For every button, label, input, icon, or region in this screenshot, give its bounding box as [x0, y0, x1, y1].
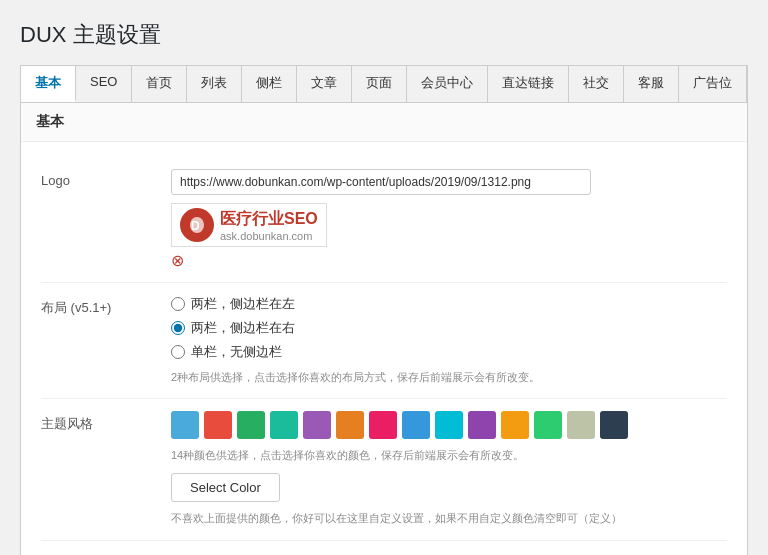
- color-swatch-11[interactable]: [534, 411, 562, 439]
- color-swatch-1[interactable]: [204, 411, 232, 439]
- layout-radio-right[interactable]: [171, 321, 185, 335]
- tab-客服[interactable]: 客服: [624, 66, 679, 102]
- layout-option-none-label: 单栏，无侧边栏: [191, 343, 282, 361]
- color-swatch-10[interactable]: [501, 411, 529, 439]
- tab-广告位[interactable]: 广告位: [679, 66, 747, 102]
- color-swatch-12[interactable]: [567, 411, 595, 439]
- tab-页面[interactable]: 页面: [352, 66, 407, 102]
- logo-control: D 医疗行业SEO ask.dobunkan.com ⊗: [171, 169, 727, 270]
- color-swatch-6[interactable]: [369, 411, 397, 439]
- layout-option-left-label: 两栏，侧边栏在左: [191, 295, 295, 313]
- tab-SEO[interactable]: SEO: [76, 66, 132, 102]
- theme-style-bottom-hint: 不喜欢上面提供的颜色，你好可以在这里自定义设置，如果不用自定义颜色清空即可（定义…: [171, 510, 727, 528]
- color-swatch-13[interactable]: [600, 411, 628, 439]
- layout-radio-left[interactable]: [171, 297, 185, 311]
- logo-row: Logo D 医疗行业SEO: [41, 157, 727, 283]
- color-swatch-3[interactable]: [270, 411, 298, 439]
- tab-列表[interactable]: 列表: [187, 66, 242, 102]
- tab-侧栏[interactable]: 侧栏: [242, 66, 297, 102]
- tab-基本[interactable]: 基本: [21, 66, 76, 102]
- theme-style-row: 主题风格 14种颜色供选择，点击选择你喜欢的颜色，保存后前端展示会有所改变。 S…: [41, 399, 727, 541]
- color-swatch-9[interactable]: [468, 411, 496, 439]
- tab-会员中心[interactable]: 会员中心: [407, 66, 488, 102]
- logo-text-box: 医疗行业SEO ask.dobunkan.com: [220, 209, 318, 242]
- logo-main-text: 医疗行业SEO: [220, 209, 318, 230]
- color-swatch-7[interactable]: [402, 411, 430, 439]
- page-title: DUX 主题设置: [20, 20, 748, 50]
- layout-option-right-label: 两栏，侧边栏在右: [191, 319, 295, 337]
- layout-hint: 2种布局供选择，点击选择你喜欢的布局方式，保存后前端展示会有所改变。: [171, 369, 727, 386]
- tab-社交[interactable]: 社交: [569, 66, 624, 102]
- layout-label: 布局 (v5.1+): [41, 295, 171, 317]
- tab-首页[interactable]: 首页: [132, 66, 187, 102]
- page-wrapper: DUX 主题设置 基本SEO首页列表侧栏文章页面会员中心直达链接社交客服广告位 …: [0, 0, 768, 555]
- theme-style-hint: 14种颜色供选择，点击选择你喜欢的颜色，保存后前端展示会有所改变。: [171, 447, 727, 464]
- layout-option-right[interactable]: 两栏，侧边栏在右: [171, 319, 727, 337]
- color-swatch-5[interactable]: [336, 411, 364, 439]
- layout-radio-group: 两栏，侧边栏在左 两栏，侧边栏在右 单栏，无侧边栏: [171, 295, 727, 361]
- tab-文章[interactable]: 文章: [297, 66, 352, 102]
- color-swatch-8[interactable]: [435, 411, 463, 439]
- svg-text:D: D: [191, 219, 200, 233]
- logo-label: Logo: [41, 169, 171, 188]
- logo-sub-text: ask.dobunkan.com: [220, 230, 318, 242]
- layout-option-left[interactable]: 两栏，侧边栏在左: [171, 295, 727, 313]
- tabs-bar: 基本SEO首页列表侧栏文章页面会员中心直达链接社交客服广告位: [20, 65, 748, 102]
- color-swatch-4[interactable]: [303, 411, 331, 439]
- tab-直达链接[interactable]: 直达链接: [488, 66, 569, 102]
- theme-style-label: 主题风格: [41, 411, 171, 433]
- content-area: 基本 Logo D: [20, 102, 748, 555]
- logo-icon-circle: D: [180, 208, 214, 242]
- logo-preview: D 医疗行业SEO ask.dobunkan.com: [171, 203, 727, 247]
- layout-row: 布局 (v5.1+) 两栏，侧边栏在左 两栏，侧边栏在右: [41, 283, 727, 399]
- layout-radio-none[interactable]: [171, 345, 185, 359]
- layout-option-none[interactable]: 单栏，无侧边栏: [171, 343, 727, 361]
- logo-input[interactable]: [171, 169, 591, 195]
- select-color-button[interactable]: Select Color: [171, 473, 280, 502]
- color-swatches: [171, 411, 727, 439]
- logo-img-box: D 医疗行业SEO ask.dobunkan.com: [171, 203, 327, 247]
- section-header: 基本: [21, 103, 747, 142]
- color-swatch-0[interactable]: [171, 411, 199, 439]
- logo-remove-button[interactable]: ⊗: [171, 251, 727, 270]
- theme-style-control: 14种颜色供选择，点击选择你喜欢的颜色，保存后前端展示会有所改变。 Select…: [171, 411, 727, 528]
- layout-control: 两栏，侧边栏在左 两栏，侧边栏在右 单栏，无侧边栏 2种布局供选择，点击选择你喜…: [171, 295, 727, 386]
- color-swatch-2[interactable]: [237, 411, 265, 439]
- settings-table: Logo D 医疗行业SEO: [21, 142, 747, 555]
